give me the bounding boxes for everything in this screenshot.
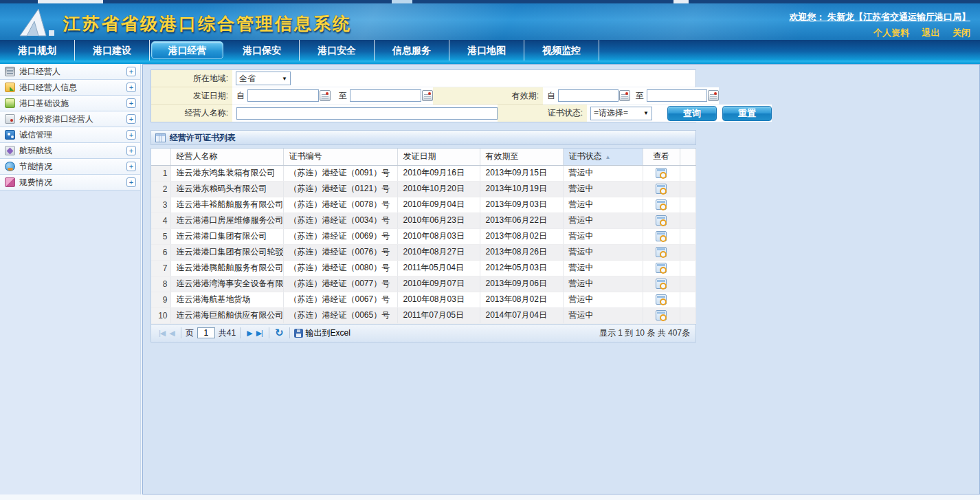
- operator-name-cell: 连云港海航基地货场: [170, 292, 283, 307]
- expand-plus-icon[interactable]: +: [126, 130, 136, 140]
- valid-until-cell: 2013年08月02日: [480, 228, 563, 244]
- issue-date-label: 发证日期:: [151, 87, 232, 105]
- sidebar-item-port-operators[interactable]: 港口经营人 +: [0, 64, 140, 80]
- issue-date-cell: 2010年10月20日: [397, 181, 480, 197]
- view-icon[interactable]: [656, 184, 667, 194]
- view-icon[interactable]: [656, 231, 667, 241]
- operator-name-label: 经营人名称:: [151, 105, 232, 122]
- issue-date-cell: 2011年05月04日: [397, 260, 480, 276]
- table-row[interactable]: 10 连云港海巨船舶供应有限公司 （苏连）港经证（0065）号 2011年07月…: [151, 307, 695, 323]
- sidebar-item-operator-info[interactable]: 港口经营人信息 +: [0, 80, 140, 96]
- view-icon[interactable]: [656, 263, 667, 273]
- filler-cell: [680, 244, 695, 260]
- view-icon[interactable]: [656, 247, 667, 257]
- tab-video-monitor[interactable]: 视频监控: [524, 40, 599, 61]
- expand-plus-icon[interactable]: +: [126, 162, 136, 171]
- status-cell: 营运中: [563, 228, 643, 244]
- sidebar-item-infrastructure[interactable]: 港口基础设施 +: [0, 96, 140, 111]
- valid-from-input[interactable]: [558, 89, 619, 102]
- calendar-icon[interactable]: [422, 90, 433, 101]
- table-row[interactable]: 7 连云港港腾船舶服务有限公司 （苏连）港经证（0080）号 2011年05月0…: [151, 260, 695, 276]
- table-row[interactable]: 8 连云港港湾海事安全设备有限... （苏连）港经证（0077）号 2010年0…: [151, 276, 695, 292]
- table-row[interactable]: 3 连云港丰裕船舶服务有限公司 （苏连）港经证（0078）号 2010年09月0…: [151, 197, 695, 213]
- refresh-icon[interactable]: ↻: [275, 327, 284, 339]
- cert-no-cell: （苏连）港经证（0069）号: [283, 228, 397, 244]
- table-row[interactable]: 5 连云港港口集团有限公司 （苏连）港经证（0069）号 2010年08月03日…: [151, 228, 695, 244]
- col-cert-status[interactable]: 证书状态▲: [563, 149, 643, 165]
- view-icon[interactable]: [656, 168, 667, 178]
- plane-icon: [5, 146, 15, 155]
- cert-status-label: 证书状态:: [498, 105, 587, 122]
- valid-until-cell: 2013年08月02日: [480, 292, 563, 307]
- filler-cell: [680, 276, 695, 292]
- view-icon[interactable]: [656, 199, 667, 210]
- expand-plus-icon[interactable]: +: [126, 177, 136, 187]
- tab-port-operation[interactable]: 港口经营: [151, 41, 223, 59]
- close-link[interactable]: 关闭: [953, 28, 970, 38]
- table-row[interactable]: 1 连云港东鸿集装箱有限公司 （苏连）港经证（0091）号 2010年09月16…: [151, 165, 695, 181]
- table-row[interactable]: 6 连云港港口集团有限公司轮驳... （苏连）港经证（0076）号 2010年0…: [151, 244, 695, 260]
- table-list-icon: [155, 133, 166, 142]
- welcome-text: 欢迎您： 朱新龙【江苏省交通运输厅港口局】: [789, 11, 970, 23]
- table-row[interactable]: 2 连云港东粮码头有限公司 （苏连）港经证（0121）号 2010年10月20日…: [151, 181, 695, 197]
- tab-port-security[interactable]: 港口保安: [225, 40, 300, 61]
- export-excel-button[interactable]: 输出到Excel: [294, 327, 350, 339]
- cubes-icon: [5, 177, 15, 187]
- page-number-input[interactable]: [197, 327, 215, 338]
- col-issue-date[interactable]: 发证日期: [397, 149, 480, 165]
- issue-date-from-input[interactable]: [247, 89, 319, 102]
- profile-link[interactable]: 个人资料: [873, 28, 909, 38]
- from-label: 自: [236, 90, 245, 102]
- operator-name-input[interactable]: [236, 107, 498, 120]
- sidebar-item-energy-saving[interactable]: 节能情况 +: [0, 159, 140, 175]
- col-view[interactable]: 查看: [643, 149, 680, 165]
- tab-port-planning[interactable]: 港口规划: [0, 40, 75, 61]
- cert-status-select[interactable]: =请选择= ▼: [590, 107, 652, 120]
- col-valid-until[interactable]: 有效期至: [480, 149, 563, 165]
- valid-until-cell: 2013年09月15日: [480, 165, 563, 181]
- search-button[interactable]: 查询: [667, 106, 717, 121]
- issue-date-cell: 2010年08月03日: [397, 228, 480, 244]
- expand-plus-icon[interactable]: +: [126, 114, 136, 124]
- tab-info-service[interactable]: 信息服务: [375, 40, 449, 61]
- prev-page-icon[interactable]: ◀: [169, 329, 174, 338]
- calendar-icon[interactable]: [708, 90, 719, 101]
- first-page-icon[interactable]: |◀: [159, 329, 165, 338]
- col-cert-no[interactable]: 证书编号: [283, 149, 397, 165]
- tab-port-construction[interactable]: 港口建设: [75, 40, 150, 61]
- cert-no-cell: （苏连）港经证（0067）号: [283, 292, 397, 307]
- expand-plus-icon[interactable]: +: [126, 83, 136, 92]
- valid-to-input[interactable]: [647, 89, 707, 102]
- expand-plus-icon[interactable]: +: [126, 67, 136, 76]
- view-icon[interactable]: [656, 294, 667, 305]
- filler-cell: [680, 260, 695, 276]
- tab-port-map[interactable]: 港口地图: [449, 40, 524, 61]
- view-icon[interactable]: [656, 310, 667, 320]
- reset-button[interactable]: 重置: [722, 106, 772, 121]
- valid-until-cell: 2013年09月03日: [480, 197, 563, 213]
- view-icon[interactable]: [656, 215, 667, 226]
- next-page-icon[interactable]: ▶: [247, 329, 252, 338]
- calendar-icon[interactable]: [320, 90, 331, 101]
- expand-plus-icon[interactable]: +: [126, 146, 136, 155]
- valid-until-cell: 2012年05月03日: [480, 260, 563, 276]
- logout-link[interactable]: 退出: [922, 28, 940, 38]
- sidebar-item-credit-management[interactable]: 诚信管理 +: [0, 127, 140, 143]
- filler-cell: [680, 165, 695, 181]
- region-select[interactable]: 全省 ▼: [236, 72, 291, 85]
- sidebar-item-fees[interactable]: 规费情况 +: [0, 175, 140, 191]
- operator-name-cell: 连云港港口集团有限公司: [170, 228, 283, 244]
- sidebar-item-foreign-investment[interactable]: 外商投资港口经营人 +: [0, 111, 140, 127]
- view-icon[interactable]: [656, 279, 667, 289]
- table-row[interactable]: 9 连云港海航基地货场 （苏连）港经证（0067）号 2010年08月03日 2…: [151, 292, 695, 307]
- tab-port-safety[interactable]: 港口安全: [300, 40, 375, 61]
- sidebar-item-flight-routes[interactable]: 航班航线 +: [0, 143, 140, 159]
- expand-plus-icon[interactable]: +: [126, 98, 136, 108]
- col-operator-name[interactable]: 经营人名称: [170, 149, 283, 165]
- calendar-icon[interactable]: [619, 90, 630, 101]
- table-row[interactable]: 4 连云港港口房屋维修服务公司 （苏连）港经证（0034）号 2010年06月2…: [151, 213, 695, 228]
- last-page-icon[interactable]: ▶|: [256, 329, 263, 338]
- infrastructure-icon: [5, 98, 15, 108]
- issue-date-to-input[interactable]: [350, 89, 421, 102]
- app-header: 江苏省省级港口综合管理信息系统 欢迎您： 朱新龙【江苏省交通运输厅港口局】 个人…: [0, 3, 980, 40]
